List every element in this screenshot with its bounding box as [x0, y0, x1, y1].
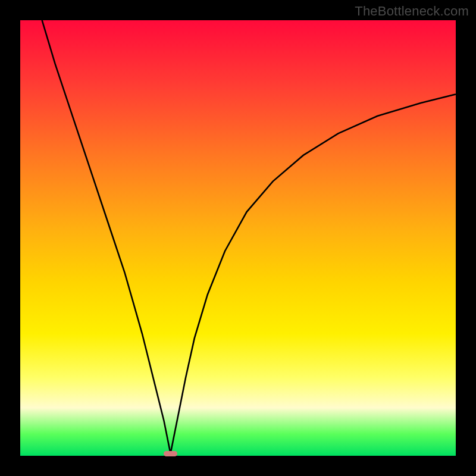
bottleneck-curve	[42, 20, 456, 453]
chart-plot-area	[20, 20, 456, 456]
chart-frame: TheBottleneck.com	[0, 0, 476, 476]
chart-curve-svg	[20, 20, 456, 456]
minimum-marker	[164, 451, 177, 456]
watermark-text: TheBottleneck.com	[355, 4, 469, 19]
